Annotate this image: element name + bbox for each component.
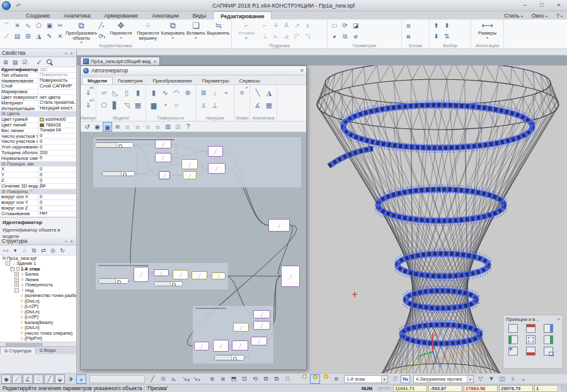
constrain-y-button[interactable]: ↘Y xyxy=(190,374,200,384)
property-row[interactable]: МатериалСталь прокатна... xyxy=(0,101,76,106)
expand-icon[interactable]: + xyxy=(14,277,19,282)
property-value[interactable]: Поверхность xyxy=(38,73,76,78)
tool-icon[interactable]: ◪ xyxy=(350,20,361,31)
light-bulb-button-1[interactable] xyxy=(310,374,320,384)
tool-icon[interactable]: ⊞ xyxy=(23,31,33,42)
select-sub-icon[interactable]: ⧈ xyxy=(143,122,152,132)
property-row[interactable]: Маркировка xyxy=(0,89,76,95)
property-row[interactable]: Цвет гранейedd94d00 xyxy=(0,117,76,123)
property-row[interactable]: Вес линииТонкая 04 xyxy=(0,128,76,134)
autogen-tab-Модели[interactable]: Модели xyxy=(82,77,113,84)
tool-icon[interactable]: ◔ xyxy=(159,99,171,111)
sort-icon[interactable]: ▤ xyxy=(11,58,20,67)
tool-icon[interactable]: ▦ xyxy=(132,99,144,111)
filter-table-button[interactable]: ◫ xyxy=(497,374,507,384)
projections-panel[interactable]: Проекции и в... × xyxy=(503,315,563,369)
caret-icon[interactable]: ▾ xyxy=(11,246,20,255)
collapse-icon[interactable]: − xyxy=(14,288,19,293)
tool-icon[interactable]: ◮ xyxy=(33,31,44,42)
property-value[interactable]: edd94d00 xyxy=(38,117,76,122)
property-value[interactable]: Несущий конст... xyxy=(38,106,76,111)
tool-icon[interactable]: ⋋ xyxy=(270,31,281,42)
tool-icon[interactable]: ⬠ xyxy=(33,20,44,31)
line-tool-button[interactable]: ╱ xyxy=(147,374,158,384)
top-view-icon[interactable] xyxy=(526,324,536,333)
tree-item[interactable]: ⬦(DivLn) xyxy=(0,325,76,331)
tool-icon[interactable]: ▱ xyxy=(98,86,110,99)
tool-icon[interactable]: ○ xyxy=(171,99,182,111)
property-row[interactable]: Толщина оболочки...200 xyxy=(0,150,76,156)
checked-list-icon[interactable]: ☑ xyxy=(20,58,29,67)
right-view-icon[interactable] xyxy=(544,335,553,344)
tab-Аннотации[interactable]: Аннотации xyxy=(145,11,186,20)
front-view-icon[interactable] xyxy=(544,324,553,333)
apply-icon[interactable]: ✓ xyxy=(35,58,43,67)
circle-tool-button[interactable]: ⊙ xyxy=(158,374,168,384)
graph-node[interactable] xyxy=(232,340,248,350)
tool-icon[interactable]: ⊕ xyxy=(182,86,193,99)
property-row[interactable]: Число участков об...0 xyxy=(0,139,76,145)
autogen-tab-Геометрия[interactable]: Геометрия xyxy=(113,77,147,84)
more-button[interactable]: ⌄ xyxy=(518,374,529,384)
tool-icon[interactable]: ⟳ xyxy=(340,20,350,31)
graph-node[interactable] xyxy=(155,140,171,148)
tool-icon[interactable]: ▤ xyxy=(12,31,23,42)
floor-combobox[interactable]: 1-й этаж▾ xyxy=(344,375,388,383)
property-row[interactable]: СлойСлой САПФИР xyxy=(0,84,76,89)
select-add-icon[interactable]: ⧇ xyxy=(133,122,142,132)
tool-icon[interactable]: ∧ xyxy=(302,20,313,31)
autogen-tab-Параметры[interactable]: Параметры xyxy=(197,77,234,84)
property-row[interactable]: вокруг оси Y0 xyxy=(0,200,76,206)
tool-icon[interactable]: ∿ xyxy=(159,86,171,99)
binoculars-icon[interactable]: ◎ xyxy=(49,246,57,255)
graph-node[interactable] xyxy=(253,310,270,318)
autogenerator-window[interactable]: Автогенератор × МоделиГеометрияПреобразо… xyxy=(80,65,307,370)
graph-node[interactable] xyxy=(192,271,207,279)
property-row[interactable]: Число участков тр...0 xyxy=(0,134,76,140)
tool-icon[interactable]: ◺ xyxy=(110,86,121,99)
property-value[interactable] xyxy=(38,89,76,94)
graph-node[interactable] xyxy=(155,153,171,162)
button-Вставить[interactable]: ❏Вставить▾ xyxy=(185,20,207,43)
menu-?[interactable]: ? ▾ xyxy=(552,13,567,19)
graph-node[interactable] xyxy=(194,342,209,350)
menu-Стиль[interactable]: Стиль ▾ xyxy=(500,13,527,19)
tree-item[interactable]: +⬨Поверхность xyxy=(0,283,76,288)
tool-icon[interactable]: ⬇ xyxy=(431,31,442,42)
graph-node[interactable] xyxy=(183,171,197,179)
close-button[interactable]: × xyxy=(551,1,567,10)
graph-node[interactable] xyxy=(233,323,249,332)
tree-item[interactable]: +⬨Линия xyxy=(0,277,76,283)
coordinate-input-field[interactable] xyxy=(89,375,145,383)
property-value[interactable]: нет цвета xyxy=(38,95,76,100)
select-inv-icon[interactable]: ⧇ xyxy=(153,122,163,132)
button-Выровнять[interactable]: ≒Выровнять xyxy=(207,20,230,43)
tool-icon[interactable]: ▣ xyxy=(44,20,55,31)
tool-icon[interactable]: ⊥ xyxy=(209,99,220,111)
autogen-tab-Преобразование[interactable]: Преобразование xyxy=(147,77,197,84)
expand-icon[interactable]: + xyxy=(14,272,19,276)
box-select-button[interactable]: ⊡ xyxy=(239,374,249,384)
print-button[interactable]: ⌼ xyxy=(390,374,400,384)
graph-node[interactable] xyxy=(181,159,198,169)
graph-node[interactable] xyxy=(134,267,149,282)
property-grid[interactable]: Идентификатор382Тип объектаПоверхностьНа… xyxy=(0,67,76,217)
tool-icon[interactable]: ∿ xyxy=(23,20,33,31)
tool-icon[interactable]: ⊥ xyxy=(260,31,270,42)
property-row[interactable]: вокруг оси X0 xyxy=(0,194,76,200)
tree-item[interactable]: ⬦(число точек спирали) xyxy=(0,330,76,336)
snap-midline-button[interactable]: ⟋ xyxy=(12,374,22,384)
light-bulb-button-0[interactable] xyxy=(299,374,309,384)
copy-view-button[interactable]: ⧈ xyxy=(207,374,217,384)
graph-node[interactable] xyxy=(208,146,223,157)
property-value[interactable]: 0 xyxy=(38,134,76,139)
tree-item[interactable]: ⬦(Ln2P) xyxy=(0,315,76,320)
property-value[interactable]: Слой САПФИР xyxy=(38,84,76,89)
preview-icon[interactable]: ▣ xyxy=(103,122,112,132)
load-case-combobox[interactable]: 4.Загружение прочее▾ xyxy=(413,375,474,383)
bottom-view-icon[interactable] xyxy=(526,347,536,356)
property-value[interactable]: 0 xyxy=(38,139,76,144)
tool-icon[interactable]: ∡ xyxy=(252,99,263,111)
snap-point-button[interactable]: ◆ xyxy=(1,374,11,384)
refresh-icon[interactable]: ↻ xyxy=(58,246,67,255)
